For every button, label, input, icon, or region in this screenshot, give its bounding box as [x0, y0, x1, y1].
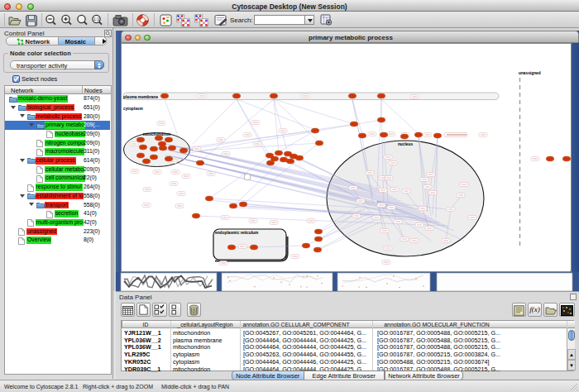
svg-text:plasma membrane: plasma membrane: [123, 95, 158, 99]
svg-text:nucleus: nucleus: [398, 142, 413, 146]
svg-text:endoplasmic reticulum: endoplasmic reticulum: [215, 231, 258, 235]
svg-text:unassigned: unassigned: [519, 71, 541, 75]
svg-text:1:1: 1:1: [93, 17, 99, 22]
svg-text:cytoplasm: cytoplasm: [123, 107, 143, 111]
